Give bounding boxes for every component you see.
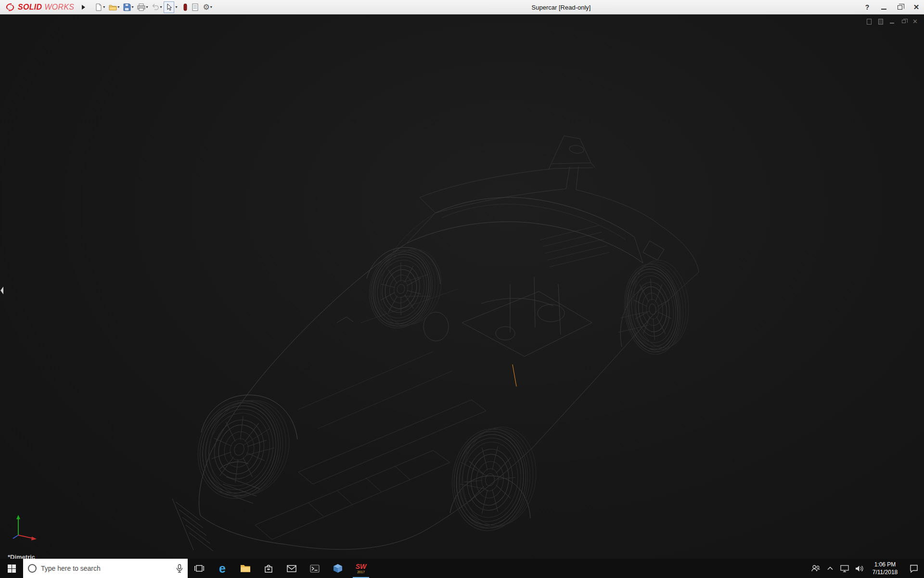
maroon-tool-icon	[183, 3, 188, 11]
store-button[interactable]	[257, 559, 280, 578]
doc-minimize-button[interactable]	[889, 18, 895, 25]
show-hidden-icons-button[interactable]	[823, 559, 837, 578]
windows-taskbar: e SW 2017	[0, 559, 924, 578]
people-icon	[811, 565, 821, 572]
open-button[interactable]: ▾	[107, 1, 121, 13]
task-view-button[interactable]	[188, 559, 211, 578]
help-button[interactable]: ?	[863, 3, 871, 11]
ds-logo-icon	[5, 2, 15, 12]
edge-button[interactable]: e	[211, 559, 234, 578]
minimize-icon	[881, 9, 886, 10]
volume-button[interactable]	[852, 559, 866, 578]
file-explorer-icon	[240, 564, 251, 573]
window-controls: ? ✕	[863, 0, 920, 14]
new-document-icon	[95, 3, 103, 11]
new-document-button[interactable]: ▾	[93, 1, 107, 13]
system-tray: 1:06 PM 7/11/2018	[808, 559, 924, 578]
chevron-down-icon[interactable]: ▾	[131, 5, 133, 9]
windows-logo-icon	[8, 565, 16, 573]
doc-restore-button[interactable]	[900, 18, 907, 25]
restore-button[interactable]	[896, 3, 904, 11]
chevron-down-icon[interactable]: ▾	[103, 5, 105, 9]
brand-solid-text: SOLID	[18, 3, 42, 12]
network-icon	[840, 565, 849, 572]
doc-restore-icon	[902, 20, 906, 23]
select-button[interactable]	[164, 1, 174, 13]
edge-icon: e	[219, 563, 226, 575]
minimize-button[interactable]	[880, 3, 887, 11]
menu-flyout-arrow[interactable]	[82, 5, 85, 10]
speaker-icon	[855, 565, 863, 572]
doc-window-button-2[interactable]	[877, 18, 884, 25]
document-filled-icon	[878, 19, 883, 25]
chevron-down-icon[interactable]: ▾	[175, 5, 177, 9]
mail-button[interactable]	[280, 559, 303, 578]
edrawings-button[interactable]	[326, 559, 349, 578]
orientation-triad	[9, 513, 42, 542]
quick-access-toolbar: ▾ ▾ ▾ ▾ ▾	[93, 1, 214, 13]
microphone-icon[interactable]	[176, 564, 183, 573]
document-icon	[867, 19, 872, 25]
save-icon	[123, 3, 131, 11]
notification-icon	[910, 565, 918, 573]
chevron-down-icon[interactable]: ▾	[117, 5, 119, 9]
start-button[interactable]	[0, 559, 23, 578]
document-window-controls: ✕	[866, 18, 918, 25]
action-center-button[interactable]	[904, 559, 924, 578]
solidworks-icon: SW 2017	[356, 563, 367, 574]
solidworks-logo: SOLIDWORKS	[0, 2, 77, 12]
close-button[interactable]: ✕	[912, 3, 920, 11]
maroon-tool-button[interactable]	[181, 1, 190, 13]
select-cursor-icon	[166, 3, 172, 11]
command-prompt-icon	[310, 565, 320, 573]
solidworks-icon-year: 2017	[357, 570, 365, 574]
solidworks-icon-letters: SW	[356, 563, 367, 570]
chevron-down-icon[interactable]: ▾	[160, 5, 162, 9]
doc-minimize-icon	[890, 23, 894, 24]
people-button[interactable]	[808, 559, 823, 578]
doc-window-button-1[interactable]	[866, 18, 872, 25]
clock-date: 7/11/2018	[866, 569, 904, 577]
taskbar-clock[interactable]: 1:06 PM 7/11/2018	[866, 561, 904, 576]
cortana-icon	[28, 564, 37, 573]
titlebar: SOLIDWORKS ▾ ▾ ▾	[0, 0, 924, 14]
options-button[interactable]: ⚙ ▾	[201, 1, 214, 13]
file-properties-button[interactable]	[190, 1, 201, 13]
graphics-viewport[interactable]: ✕ *Dimetric	[0, 14, 924, 559]
command-prompt-button[interactable]	[303, 559, 326, 578]
doc-close-button[interactable]: ✕	[912, 18, 918, 25]
open-folder-icon	[109, 3, 117, 11]
taskbar-search[interactable]	[23, 559, 188, 578]
chevron-down-icon[interactable]: ▾	[146, 5, 148, 9]
undo-button[interactable]: ▾	[150, 1, 164, 13]
search-input[interactable]	[41, 565, 172, 572]
gear-icon: ⚙	[203, 3, 209, 11]
undo-icon	[152, 3, 159, 11]
store-bag-icon	[264, 564, 273, 573]
save-button[interactable]: ▾	[121, 1, 135, 13]
wireframe-car-model	[0, 14, 924, 559]
restore-icon	[898, 5, 902, 10]
chevron-down-icon[interactable]: ▾	[210, 5, 212, 9]
file-explorer-button[interactable]	[234, 559, 257, 578]
clock-time: 1:06 PM	[866, 561, 904, 569]
edrawings-cube-icon	[333, 564, 343, 573]
task-view-icon	[194, 565, 204, 572]
print-icon	[137, 3, 145, 11]
mail-icon	[287, 565, 296, 572]
solidworks-app-button[interactable]: SW 2017	[349, 559, 372, 578]
chevron-up-icon	[827, 566, 833, 570]
print-button[interactable]: ▾	[135, 1, 150, 13]
file-properties-icon	[192, 3, 199, 11]
selected-edge-highlight	[513, 365, 516, 386]
network-button[interactable]	[837, 559, 852, 578]
document-title: Supercar [Read-only]	[532, 0, 591, 14]
view-orientation-label: *Dimetric	[8, 553, 35, 559]
brand-works-text: WORKS	[44, 3, 74, 12]
